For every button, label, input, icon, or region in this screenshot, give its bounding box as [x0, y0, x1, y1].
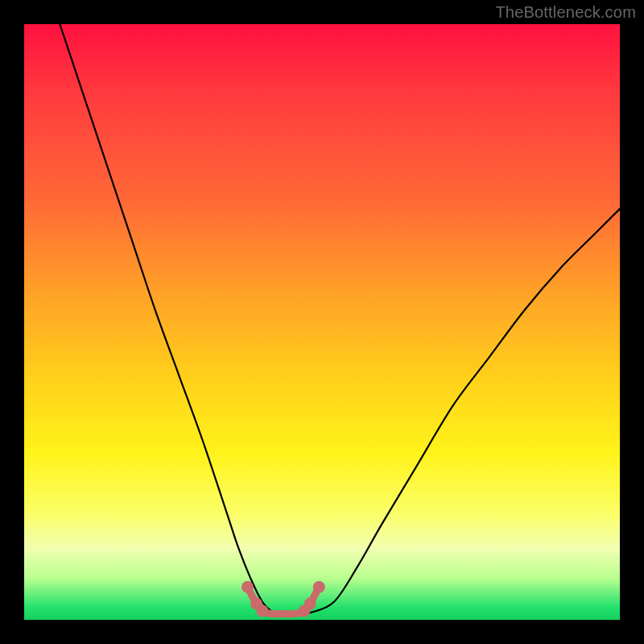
bottom-marker-dot — [242, 581, 254, 593]
bottom-marker-dot — [257, 605, 269, 617]
bottom-marker-dot — [313, 581, 325, 593]
chart-frame: TheBottleneck.com — [0, 0, 644, 644]
curve-layer — [24, 24, 620, 620]
plot-area — [24, 24, 620, 620]
bottleneck-curve — [60, 24, 620, 614]
bottom-marker-dot — [304, 598, 316, 610]
watermark-text: TheBottleneck.com — [495, 3, 636, 22]
